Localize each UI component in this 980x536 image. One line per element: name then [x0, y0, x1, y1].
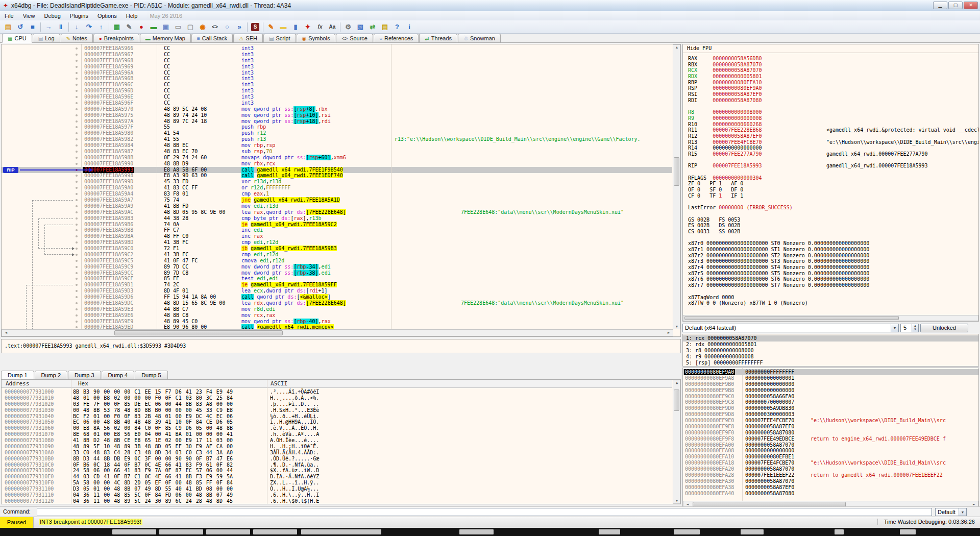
register-line[interactable]: GS 002B FS 0053 [688, 217, 979, 223]
calling-convention-select[interactable]: Default (x64 fastcall)▼ [682, 324, 899, 332]
open-file-icon[interactable]: ▤ [2, 22, 14, 32]
argument-row[interactable]: 5: [rsp] 00000000FFFFFFFF [683, 360, 978, 366]
register-line[interactable]: RAX 0000000058A56DB0 [688, 56, 979, 62]
register-line[interactable] [688, 169, 979, 175]
row-bullet-icon[interactable] [76, 175, 78, 177]
disassembly-row[interactable]: 000007FEE18A599D45 33 EDxor r13d,r13d [2, 179, 672, 185]
stack-row[interactable]: 00000000080EF9F00000000058A87080 [683, 430, 978, 436]
row-bullet-icon[interactable] [76, 205, 78, 207]
stack-row[interactable]: 00000000080EFA400000000058A87080 [683, 491, 978, 497]
taskbar-window-button[interactable] [835, 529, 844, 534]
disassembly-row[interactable]: 000007FEE18A59D38D 4F 01lea ecx,dword pt… [2, 288, 672, 294]
row-bullet-icon[interactable] [76, 229, 78, 231]
fx-icon[interactable]: fx [314, 22, 326, 32]
row-bullet-icon[interactable] [76, 151, 78, 153]
row-bullet-icon[interactable] [76, 211, 78, 213]
goto-icon[interactable]: ◉ [197, 22, 209, 32]
row-bullet-icon[interactable] [76, 224, 78, 226]
row-bullet-icon[interactable] [76, 47, 78, 50]
tab-dump-1[interactable]: Dump 1 [1, 371, 34, 379]
row-bullet-icon[interactable] [76, 260, 78, 262]
disassembly-row[interactable]: 000007FEE18A596ACCint3 [2, 70, 672, 76]
register-line[interactable]: CS 0033 SS 002B [688, 229, 979, 235]
register-line[interactable]: x87r2 00000000000000000000 ST2 Nonzero 0… [688, 253, 979, 259]
register-line[interactable]: RBP 00000000080EFA10 [688, 80, 979, 86]
disassembly-row[interactable]: 000007FEE18A59A041 83 CC FFor r12d,FFFFF… [2, 185, 672, 191]
disassembly-row[interactable]: 000007FEE18A59D6FF 15 94 1A 8A 00call qw… [2, 294, 672, 300]
argument-row[interactable]: 1: rcx 0000000058A87070 [683, 335, 978, 342]
tab-threads[interactable]: ⇄Threads [419, 34, 457, 42]
row-bullet-icon[interactable] [76, 284, 78, 286]
register-line[interactable]: R10 0000000000660268 [688, 121, 979, 128]
maximize-button[interactable]: ▢ [948, 2, 963, 9]
disassembly-row[interactable]: 000007FEE18A59A941 8B FDmov edi,r13d [2, 203, 672, 209]
disassembly-pane[interactable]: 000007FEE18A5966CCint3000007FEE18A5967CC… [1, 44, 681, 337]
run-to-user-code-icon[interactable]: » [233, 22, 246, 32]
taskbar-window-button[interactable] [900, 529, 916, 534]
tab-dump-4[interactable]: Dump 4 [102, 371, 135, 379]
stack-row[interactable]: 00000000080EFA1000000000080EFBE1 [683, 454, 978, 460]
stop-icon[interactable]: ■ [27, 22, 39, 32]
argument-row[interactable]: 2: rdx 0000000000005801 [683, 342, 978, 348]
row-bullet-icon[interactable] [76, 157, 78, 159]
register-line[interactable]: R12 0000000058A87EF0 [688, 133, 979, 139]
stack-pane[interactable]: 00000000080EF9A000000000FFFFFFFF00000000… [682, 368, 979, 508]
script-icon[interactable]: ▢ [184, 22, 197, 32]
register-line[interactable]: R14 0000000000000000 [688, 145, 979, 151]
labels-icon[interactable]: ✦ [302, 22, 314, 32]
disassembly-row[interactable]: 000007FEE18A598748 83 EC 70sub rsp,70 [2, 149, 672, 155]
menu-item-view[interactable]: View [18, 12, 40, 20]
tab-breakpoints[interactable]: ●Breakpoints [93, 34, 139, 42]
threads-icon[interactable]: ⇄ [366, 22, 379, 32]
stack-row[interactable]: 00000000080EFA080000000000000000 [683, 448, 978, 454]
row-bullet-icon[interactable] [76, 78, 78, 80]
stack-row[interactable]: 00000000080EF9D0000000005A9DB830 [683, 405, 978, 411]
stack-row[interactable]: 00000000080EF9F8000007FEE49EDBCEreturn t… [683, 436, 978, 442]
stack-row[interactable]: 00000000080EFA28000007FEE1EEEF22return t… [683, 472, 978, 478]
scylla-icon[interactable]: ▦ [111, 22, 123, 32]
disassembly-row[interactable]: 000007FEE18A597548 89 74 24 10mov qword … [2, 112, 672, 118]
chevron-down-icon[interactable]: ▼ [891, 324, 898, 332]
disassembly-row[interactable]: 000007FEE18A597A48 89 7C 24 18mov qword … [2, 118, 672, 125]
comments-icon[interactable]: ▬ [277, 22, 289, 32]
patches-icon[interactable]: ✎ [123, 22, 135, 32]
disassembly-row[interactable]: 000007FEE18A597F55push rbp [2, 124, 672, 130]
row-bullet-icon[interactable] [76, 114, 78, 116]
disassembly-horizontal-scrollbar[interactable]: ◄► [2, 329, 673, 336]
register-line[interactable]: RFLAGS 0000000000000304 [688, 175, 979, 181]
step-into-icon[interactable]: ↓ [70, 22, 83, 32]
step-out-icon[interactable]: ↑ [95, 22, 107, 32]
registers-pane[interactable]: Hide FPU RAX 0000000058A56DB0RBX 0000000… [682, 44, 979, 322]
register-line[interactable]: R15 000007FEE277A790 gamedll_x64_rwdi.00… [688, 151, 979, 157]
breakpoint-icon[interactable]: ● [135, 22, 148, 32]
stack-row[interactable]: 00000000080EF9C80000000700000007 [683, 399, 978, 405]
row-bullet-icon[interactable] [76, 321, 78, 323]
row-bullet-icon[interactable] [76, 187, 78, 189]
disassembly-rows[interactable]: 000007FEE18A5966CCint3000007FEE18A5967CC… [2, 44, 672, 329]
disassembly-row[interactable]: 000007FEE18A5969CCint3 [2, 64, 672, 70]
stack-row[interactable]: 00000000080EF9E0000007FEE4FCBE70"e:\\Hud… [683, 418, 978, 424]
arguments-pane[interactable]: 1: rcx 0000000058A870702: rdx 0000000000… [682, 334, 979, 367]
row-bullet-icon[interactable] [76, 66, 78, 68]
register-line[interactable]: R13 000007FEE4FCBE70 "e:\\Hudson\\worksp… [688, 139, 979, 145]
references-icon[interactable]: ○ [221, 22, 233, 32]
dump-vertical-scrollbar[interactable]: ▲▼ [673, 380, 680, 504]
preferences-icon[interactable]: ⚙ [342, 22, 354, 32]
register-line[interactable]: x87r4 00000000000000000000 ST4 Nonzero 0… [688, 264, 979, 271]
row-bullet-icon[interactable] [76, 132, 78, 134]
tab-cpu[interactable]: ▦CPU [2, 34, 32, 43]
disassembly-row[interactable]: 000007FEE18A5967CCint3 [2, 52, 672, 58]
row-bullet-icon[interactable] [76, 217, 78, 220]
pause-icon[interactable]: ‖ [55, 22, 67, 32]
taskbar-window-button[interactable] [459, 529, 494, 534]
register-line[interactable]: RDI 0000000058A87080 [688, 98, 979, 104]
help-icon[interactable]: ? [391, 22, 403, 32]
row-bullet-icon[interactable] [76, 290, 78, 292]
disassembly-row[interactable]: 000007FEE18A59E344 8B C7mov r8d,edi [2, 306, 672, 312]
register-line[interactable]: CF 0 TF 1 IF 1 [688, 193, 979, 199]
disassembly-row[interactable]: 000007FEE18A598041 54push r12 [2, 130, 672, 136]
disassembly-row[interactable]: 000007FEE18A5998E8 A3 9D 63 00call gamed… [2, 173, 672, 179]
taskbar-window-button[interactable] [674, 529, 700, 534]
register-line[interactable] [688, 199, 979, 205]
stack-row[interactable]: 00000000080EFA200000000058A87070 [683, 466, 978, 472]
